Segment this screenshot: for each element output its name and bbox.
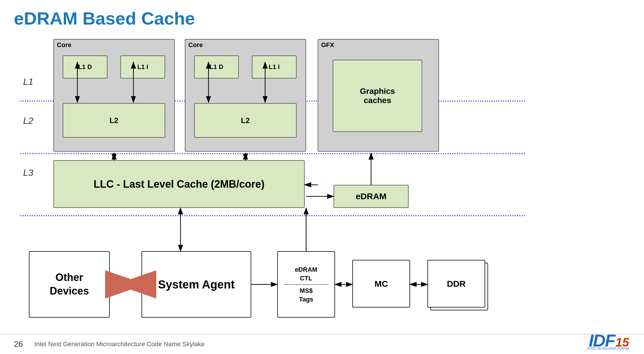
- dotted-line-l2-l3: [20, 153, 526, 154]
- page-number: 26: [14, 340, 23, 349]
- gfx-box: GFX Graphics caches: [318, 39, 439, 152]
- core1-label: Core: [54, 40, 174, 51]
- footer: 26 Intel Next Generation Microarchitectu…: [0, 334, 644, 354]
- edram-ctl-box: eDRAM CTL MS$ Tags: [277, 251, 335, 318]
- page-title: eDRAM Based Cache: [14, 8, 195, 29]
- core2-l2: L2: [194, 103, 297, 138]
- l2-label: L2: [23, 115, 33, 126]
- mc-box: MC: [352, 260, 410, 308]
- system-agent-box: System Agent: [142, 251, 251, 318]
- core2-l1d: L1 D: [194, 55, 239, 79]
- edram-ctl-line1: eDRAM: [295, 266, 317, 273]
- pcie-label: PCIe: [116, 276, 130, 283]
- dotted-line-l3-bottom: [20, 215, 526, 216]
- llc-box: LLC - Last Level Cache (2MB/core): [53, 160, 305, 208]
- graphics-caches: Graphics caches: [333, 60, 422, 132]
- ddr-box: DDR: [427, 260, 485, 308]
- l3-label: L3: [23, 167, 33, 178]
- core2-box: Core L1 D L1 I L2: [185, 39, 306, 152]
- edram-box: eDRAM: [334, 185, 409, 208]
- core2-label: Core: [185, 40, 306, 51]
- intel-dev-forum: INTEL DEVELOPER FORUM: [587, 346, 629, 351]
- footer-text: Intel Next Generation Microarchitecture …: [34, 340, 204, 348]
- edram-ctl-line3: MS$: [299, 287, 312, 295]
- other-devices-box: OtherDevices: [29, 251, 110, 318]
- core2-l1i: L1 I: [252, 55, 297, 79]
- edram-ctl-line2: CTL: [300, 275, 312, 282]
- core1-l1i: L1 I: [120, 55, 165, 79]
- l1-label: L1: [23, 77, 33, 87]
- core1-box: Core L1 D L1 I L2: [53, 39, 175, 152]
- core1-l2: L2: [63, 103, 165, 138]
- edram-ctl-line4: Tags: [299, 296, 313, 303]
- core1-l1d: L1 D: [63, 55, 107, 79]
- other-devices-label: OtherDevices: [50, 271, 89, 298]
- gfx-label: GFX: [318, 40, 438, 51]
